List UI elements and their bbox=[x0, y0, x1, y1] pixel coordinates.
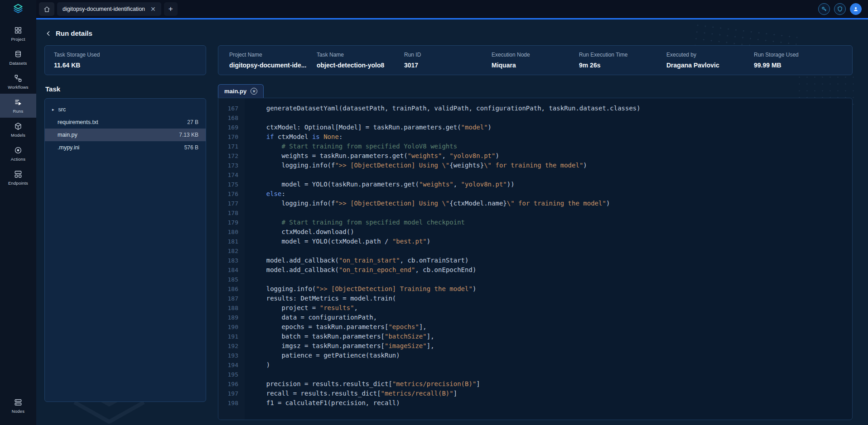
home-button[interactable] bbox=[39, 2, 54, 16]
key-button[interactable] bbox=[818, 3, 830, 15]
field-label: Run Execution Time bbox=[579, 52, 666, 58]
run-info-field-run-id: Run ID 3017 bbox=[404, 52, 492, 69]
tree-item-mypy-ini[interactable]: .mypy.ini 576 B bbox=[45, 141, 206, 154]
body-row: Task ▸ src requirements.txt 27 B main.py bbox=[44, 84, 853, 420]
code-line bbox=[251, 113, 852, 123]
field-value: 3017 bbox=[404, 62, 492, 69]
back-link[interactable]: Run details bbox=[45, 29, 853, 37]
code-line: imgsz = taskRun.parameters["imageSize"], bbox=[251, 341, 852, 351]
field-value: 11.64 KB bbox=[54, 62, 197, 69]
field-value: 9m 26s bbox=[579, 62, 666, 69]
tab-close-icon[interactable]: ✕ bbox=[150, 6, 156, 12]
database-icon bbox=[14, 50, 22, 58]
sidebar-item-workflows[interactable]: Workflows bbox=[0, 70, 36, 94]
sidebar-bottom: Nodes bbox=[0, 394, 36, 418]
sidebar-item-endpoints[interactable]: Endpoints bbox=[0, 166, 36, 190]
code-line: logging.info(f">> [ObjectDetection] Usin… bbox=[251, 199, 852, 208]
run-info-field-project-name: Project Name digitopsy-document-ide... bbox=[229, 52, 317, 69]
task-storage-card: Task Storage Used 11.64 KB bbox=[44, 45, 206, 75]
task-panel-title: Task bbox=[45, 85, 206, 93]
sidebar-item-label: Project bbox=[11, 37, 25, 42]
code-line bbox=[251, 170, 852, 180]
editor-gutter: 1671681691701711721731741751761771781791… bbox=[218, 98, 245, 420]
user-avatar[interactable] bbox=[850, 3, 862, 15]
sidebar-item-models[interactable]: Models bbox=[0, 118, 36, 142]
run-info-field-run-storage: Run Storage Used 99.99 MB bbox=[754, 52, 841, 69]
main-area: digitopsy-document-identification ✕ + bbox=[36, 0, 868, 425]
field-value: Dragana Pavlovic bbox=[666, 62, 754, 69]
file-size: 7.13 KB bbox=[179, 132, 198, 138]
code-line: ) bbox=[251, 360, 852, 370]
code-line: model = YOLO(taskRun.parameters.get("wei… bbox=[251, 180, 852, 189]
field-value: 99.99 MB bbox=[754, 62, 841, 69]
code-line: generateDatasetYaml(datasetPath, trainPa… bbox=[251, 104, 852, 113]
field-label: Execution Node bbox=[492, 52, 579, 58]
code-line: epochs = taskRun.parameters["epochs"], bbox=[251, 322, 852, 332]
tree-item-name: src bbox=[58, 106, 66, 113]
tab-title: digitopsy-document-identification bbox=[63, 6, 145, 12]
code-line: patience = getPatience(taskRun) bbox=[251, 351, 852, 360]
run-info-field-executed-by: Executed by Dragana Pavlovic bbox=[666, 52, 754, 69]
field-label: Project Name bbox=[229, 52, 317, 58]
code-line: data = configurationPath, bbox=[251, 313, 852, 322]
sidebar-item-actions[interactable]: Actions bbox=[0, 142, 36, 166]
sidebar-item-label: Nodes bbox=[12, 409, 24, 414]
code-line: weights = taskRun.parameters.get("weight… bbox=[251, 151, 852, 161]
sidebar-item-datasets[interactable]: Datasets bbox=[0, 46, 36, 70]
run-info-field-execution-node: Execution Node Miquara bbox=[492, 52, 579, 69]
new-tab-button[interactable]: + bbox=[164, 2, 178, 16]
field-value: digitopsy-document-ide... bbox=[229, 62, 317, 69]
sidebar-item-label: Endpoints bbox=[8, 181, 28, 186]
dashboard-icon bbox=[14, 170, 22, 178]
sidebar-item-nodes[interactable]: Nodes bbox=[0, 394, 36, 418]
sidebar-item-label: Workflows bbox=[8, 85, 28, 90]
file-size: 27 B bbox=[187, 119, 198, 125]
code-line: batch = taskRun.parameters["batchSize"], bbox=[251, 332, 852, 341]
field-label: Executed by bbox=[666, 52, 754, 58]
shield-icon bbox=[837, 6, 843, 12]
code-line: results: DetMetrics = model.train( bbox=[251, 294, 852, 303]
field-label: Run ID bbox=[404, 52, 492, 58]
field-label: Run Storage Used bbox=[754, 52, 841, 58]
code-line: f1 = calculateF1(precision, recall) bbox=[251, 398, 852, 408]
code-line bbox=[251, 275, 852, 284]
grid-icon bbox=[14, 26, 22, 34]
tree-item-name: .mypy.ini bbox=[58, 144, 79, 151]
code-line bbox=[251, 246, 852, 256]
editor-tab-main-py[interactable]: main.py ✕ bbox=[218, 84, 264, 98]
code-line: logging.info(">> [ObjectDetection] Train… bbox=[251, 284, 852, 294]
code-line bbox=[251, 370, 852, 379]
code-line bbox=[251, 208, 852, 218]
editor-code[interactable]: generateDatasetYaml(datasetPath, trainPa… bbox=[245, 98, 852, 420]
editor-tab-bar: main.py ✕ bbox=[218, 84, 853, 98]
code-line: ctxModel.download() bbox=[251, 227, 852, 237]
field-value: Miquara bbox=[492, 62, 579, 69]
runs-icon bbox=[14, 98, 22, 106]
user-icon bbox=[853, 6, 859, 12]
chevron-left-icon bbox=[45, 30, 52, 37]
editor-tab-close-icon[interactable]: ✕ bbox=[251, 88, 257, 95]
run-info-field-execution-time: Run Execution Time 9m 26s bbox=[579, 52, 666, 69]
tree-item-main-py[interactable]: main.py 7.13 KB bbox=[45, 129, 206, 141]
browser-tab[interactable]: digitopsy-document-identification ✕ bbox=[57, 2, 161, 16]
sidebar-item-project[interactable]: Project bbox=[0, 22, 36, 46]
app-logo-icon[interactable] bbox=[0, 0, 36, 18]
chevron-right-icon: ▸ bbox=[52, 107, 54, 112]
sidebar-item-label: Models bbox=[11, 133, 25, 138]
sidebar-nav: Project Datasets Workflows bbox=[0, 22, 36, 190]
editor-body[interactable]: 1671681691701711721731741751761771781791… bbox=[218, 98, 853, 420]
shield-button[interactable] bbox=[834, 3, 846, 15]
sidebar: Project Datasets Workflows bbox=[0, 0, 36, 425]
code-line: project = "results", bbox=[251, 303, 852, 313]
topbar-actions bbox=[818, 3, 862, 15]
code-line: model = YOLO(ctxModel.path / "best.pt") bbox=[251, 237, 852, 246]
field-value: object-detection-yolo8 bbox=[317, 62, 404, 69]
tree-item-src[interactable]: ▸ src bbox=[45, 103, 206, 116]
tree-item-requirements[interactable]: requirements.txt 27 B bbox=[45, 116, 206, 129]
file-tree: ▸ src requirements.txt 27 B main.py 7.13… bbox=[44, 98, 206, 402]
key-icon bbox=[821, 6, 827, 12]
code-line: else: bbox=[251, 189, 852, 199]
info-row: Task Storage Used 11.64 KB Project Name … bbox=[44, 45, 853, 75]
tree-item-name: requirements.txt bbox=[58, 119, 98, 125]
sidebar-item-runs[interactable]: Runs bbox=[0, 94, 36, 118]
